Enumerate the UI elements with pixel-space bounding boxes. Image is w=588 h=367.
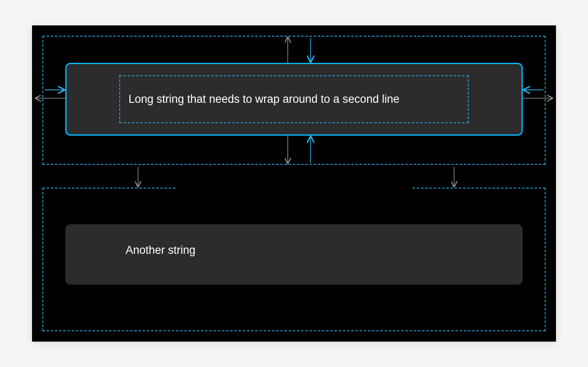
constraint-container-2-top-right xyxy=(413,188,546,188)
row-1-text: Long string that needs to wrap around to… xyxy=(128,92,399,107)
row-2-text: Another string xyxy=(126,244,195,257)
constraint-container-2-top-left xyxy=(42,188,175,188)
text-content-bounds: Long string that needs to wrap around to… xyxy=(119,75,469,123)
layout-diagram-canvas: Long string that needs to wrap around to… xyxy=(32,25,556,342)
